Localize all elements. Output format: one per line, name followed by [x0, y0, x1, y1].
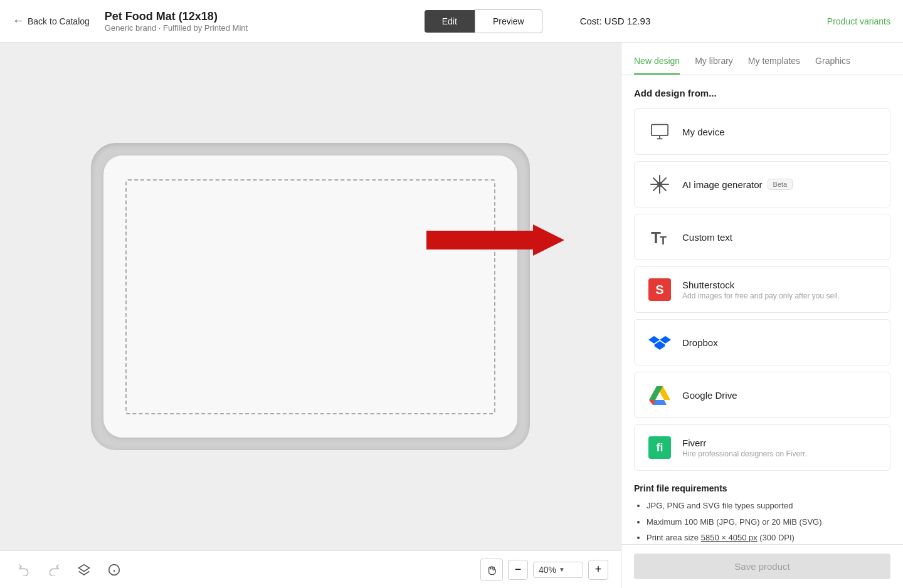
ai-icon: [647, 172, 672, 197]
tab-new-design[interactable]: New design: [634, 56, 680, 75]
shutterstock-sub: Add images for free and pay only after y…: [682, 291, 840, 300]
dropbox-icon: [647, 330, 672, 355]
edit-button[interactable]: Edit: [425, 10, 475, 33]
save-product-button[interactable]: Save product: [634, 554, 890, 579]
product-sub: Generic brand · Fulfilled by Printed Min…: [105, 23, 248, 33]
hand-tool-button[interactable]: [480, 559, 503, 581]
custom-text-label-block: Custom text: [682, 232, 732, 243]
info-button[interactable]: [103, 559, 125, 581]
add-design-label: Add design from...: [634, 88, 890, 98]
zoom-value: 40%: [539, 565, 556, 575]
zoom-out-button[interactable]: −: [508, 560, 528, 580]
ai-generator-label-block: AI image generator Beta: [682, 179, 793, 190]
text-icon: T T: [647, 224, 672, 249]
undo-button[interactable]: [13, 559, 35, 581]
layers-button[interactable]: [73, 559, 95, 581]
ai-label-row: AI image generator Beta: [682, 179, 793, 190]
layers-icon: [78, 564, 90, 576]
my-device-option[interactable]: My device: [634, 108, 890, 155]
canvas-area: − 40% ▼ +: [0, 43, 621, 588]
print-req-item-2: Maximum 100 MiB (JPG, PNG) or 20 MiB (SV…: [647, 516, 890, 528]
header-title-block: Pet Food Mat (12x18) Generic brand · Ful…: [105, 10, 248, 33]
tab-my-library[interactable]: My library: [695, 56, 733, 75]
svg-point-12: [657, 182, 662, 187]
dropbox-text: Dropbox: [682, 337, 718, 348]
back-arrow-icon: ←: [13, 14, 24, 28]
right-panel: New design My library My templates Graph…: [621, 43, 903, 588]
zoom-in-button[interactable]: +: [588, 560, 608, 580]
redo-button[interactable]: [43, 559, 65, 581]
undo-icon: [18, 564, 30, 576]
svg-marker-1: [79, 564, 90, 571]
fiverr-logo: fi: [648, 436, 671, 459]
my-device-label: My device: [682, 127, 725, 137]
print-req-title: Print file requirements: [634, 483, 890, 493]
product-variants-link[interactable]: Product variants: [827, 16, 890, 26]
cost-display: Cost: USD 12.93: [580, 16, 651, 26]
tab-graphics[interactable]: Graphics: [815, 56, 850, 75]
fiverr-text: Fiverr: [682, 438, 807, 448]
print-req-item-1: JPG, PNG and SVG file types supported: [647, 500, 890, 512]
back-label: Back to Catalog: [28, 16, 90, 26]
tab-my-templates[interactable]: My templates: [748, 56, 800, 75]
save-product-bar: Save product: [621, 544, 903, 588]
my-device-text: My device: [682, 127, 725, 137]
header-actions: Edit Preview: [425, 9, 542, 33]
custom-text-text: Custom text: [682, 232, 732, 243]
shutterstock-option[interactable]: S Shutterstock Add images for free and p…: [634, 266, 890, 313]
shutterstock-logo: S: [648, 278, 671, 301]
gdrive-text: Google Drive: [682, 390, 737, 401]
print-requirements: Print file requirements JPG, PNG and SVG…: [634, 483, 890, 544]
redo-icon: [48, 564, 60, 576]
svg-rect-5: [652, 125, 668, 136]
toolbar-right: − 40% ▼ +: [480, 559, 608, 581]
fiverr-sub: Hire professional designers on Fiverr.: [682, 449, 807, 458]
custom-text-option[interactable]: T T Custom text: [634, 214, 890, 260]
header: ← Back to Catalog Pet Food Mat (12x18) G…: [0, 0, 903, 43]
zoom-dropdown-icon[interactable]: ▼: [559, 566, 565, 573]
dropbox-label-block: Dropbox: [682, 337, 718, 348]
svg-text:T: T: [660, 234, 667, 247]
fiverr-icon: fi: [647, 435, 672, 460]
fiverr-label-block: Fiverr Hire professional designers on Fi…: [682, 438, 807, 458]
gdrive-icon: [647, 382, 672, 407]
info-icon: [108, 564, 120, 576]
canvas-content: [0, 43, 621, 550]
zoom-display: 40% ▼: [533, 562, 583, 578]
ai-image-generator-option[interactable]: AI image generator Beta: [634, 161, 890, 207]
dropbox-option[interactable]: Dropbox: [634, 319, 890, 365]
bottom-toolbar: − 40% ▼ +: [0, 550, 621, 588]
print-req-list: JPG, PNG and SVG file types supported Ma…: [634, 500, 890, 544]
ai-generator-text: AI image generator: [682, 179, 763, 190]
preview-button[interactable]: Preview: [475, 9, 542, 33]
mat-inner: [103, 155, 517, 438]
beta-badge: Beta: [768, 179, 793, 190]
shutterstock-label-block: Shutterstock Add images for free and pay…: [682, 280, 840, 300]
mat-print-area: [125, 179, 495, 414]
panel-content: Add design from... My device: [621, 75, 903, 544]
gdrive-label-block: Google Drive: [682, 390, 737, 401]
back-to-catalog-button[interactable]: ← Back to Catalog: [13, 14, 90, 28]
shutterstock-icon: S: [647, 277, 672, 302]
shutterstock-text: Shutterstock: [682, 280, 840, 290]
main-area: − 40% ▼ + New design My library My templ…: [0, 43, 903, 588]
google-drive-option[interactable]: Google Drive: [634, 372, 890, 418]
mat-outer: [91, 143, 530, 450]
product-name: Pet Food Mat (12x18): [105, 10, 248, 23]
hand-icon: [486, 564, 497, 575]
panel-tabs: New design My library My templates Graph…: [621, 43, 903, 75]
fiverr-option[interactable]: fi Fiverr Hire professional designers on…: [634, 424, 890, 471]
print-req-item-3: Print area size 5850 × 4050 px (300 DPI): [647, 532, 890, 544]
monitor-icon: [647, 119, 672, 144]
